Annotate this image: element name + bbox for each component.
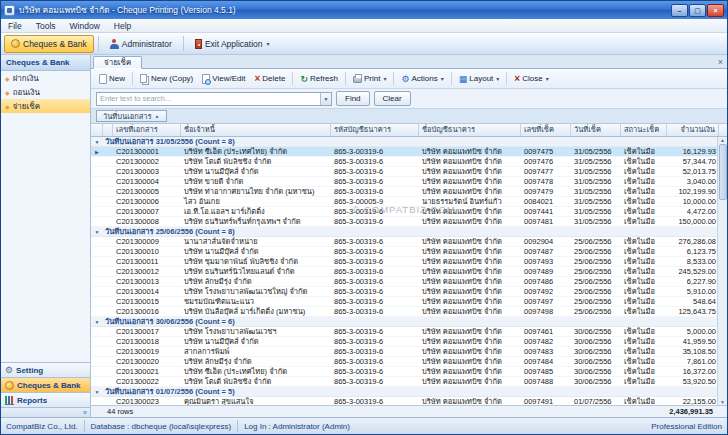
close-button[interactable]: × (707, 4, 724, 17)
menu-window[interactable]: Window (63, 19, 107, 33)
grid-row[interactable]: C201300011บริษัท ชุมมาดาพันธ์ พับลิชชิ่ง… (91, 257, 717, 267)
minimize-button[interactable]: – (671, 4, 688, 17)
grid-row[interactable]: C201300007เอ.ที.โอ.แอลฯ มาร์เก็ตติ้ง865-… (91, 207, 717, 217)
cell-cheque_no: 0097498 (521, 307, 571, 316)
menu-tools[interactable]: Tools (29, 19, 63, 33)
cell-status: เช็คในมือ (621, 337, 667, 346)
delete-button[interactable]: Delete (250, 71, 289, 87)
row-indicator (91, 297, 103, 306)
column-header-amount[interactable]: จำนวนเงิน (667, 124, 719, 136)
collapse-group-icon[interactable]: ▼ (91, 227, 103, 236)
actions-button[interactable]: Actions▾ (397, 71, 447, 87)
search-input[interactable] (97, 93, 320, 105)
cell-cheque_date: 25/06/2556 (571, 257, 621, 266)
toolbar-divider (98, 36, 99, 51)
grid-row[interactable]: C201300002บริษัท โตเต้ พับลิชชิ่ง จำกัด8… (91, 157, 717, 167)
grid-row[interactable]: C201300013บริษัท ลักษมีรุ่ง จำกัด865-3-0… (91, 277, 717, 287)
column-header-payee[interactable]: ชื่อเจ้าหนี้ (181, 124, 331, 136)
cell-doc_no: C201300011 (113, 257, 181, 266)
nav-reports-button[interactable]: Reports (1, 392, 90, 407)
collapse-group-icon[interactable]: ▼ (91, 387, 103, 396)
scroll-up-icon[interactable]: ▲ (720, 137, 725, 143)
close-button-label: Close (522, 74, 542, 83)
cell-bank_name: บริษัท คอมแพทบิซ จำกัด (419, 287, 521, 296)
column-header-status[interactable]: สถานะเช็ค (621, 124, 667, 136)
row-indicator (91, 287, 103, 296)
close-button[interactable]: Close▾ (510, 71, 552, 87)
grid-row[interactable]: C201300020บริษัท ลักษมีรุ่ง จำกัด865-3-0… (91, 357, 717, 367)
group-header-row[interactable]: ▼วันที่บนเอกสาร 30/06/2556 (Count = 6) (91, 317, 717, 327)
cell-bank_code: 865-3-00319-6 (331, 287, 419, 296)
collapse-group-icon[interactable]: ▼ (91, 137, 103, 146)
column-header-doc_no[interactable]: เลขที่เอกสาร (113, 124, 181, 136)
tab-close-icon[interactable]: × (718, 57, 723, 67)
sidebar-item-pay-cheque[interactable]: ◆ จ่ายเช็ค (1, 99, 90, 113)
maximize-button[interactable]: ▢ (689, 4, 706, 17)
cell-doc_no: C201300014 (113, 287, 181, 296)
administrator-button[interactable]: Administrator (103, 35, 179, 53)
grid-row[interactable]: C201300010บริษัท นานมีบุ๊คส์ จำกัด865-3-… (91, 247, 717, 257)
exit-application-button[interactable]: Exit Application ▾ (188, 35, 277, 53)
search-combo-arrow-icon[interactable]: ▼ (320, 93, 331, 105)
cell-cheque_no: 0097441 (521, 207, 571, 216)
cell-doc_no: C201300005 (113, 187, 181, 196)
view-edit-button[interactable]: View/Edit (198, 71, 249, 87)
group-indent (103, 337, 113, 346)
cell-bank_name: บริษัท คอมแพทบิซ จำกัด (419, 167, 521, 176)
cheques-bank-app-button[interactable]: Cheques & Bank (4, 35, 94, 53)
group-header-row[interactable]: ▼วันที่บนเอกสาร 31/05/2556 (Count = 8) (91, 137, 717, 147)
search-bar: ▼ Find Clear (91, 89, 727, 109)
cell-cheque_date: 30/06/2556 (571, 347, 621, 356)
column-header-bank_code[interactable]: รหัสบัญชีธนาคาร (331, 124, 419, 136)
scroll-down-icon[interactable]: ▼ (720, 399, 725, 405)
column-header-cheque_date[interactable]: วันที่เช็ค (571, 124, 621, 136)
cell-doc_no: C201300018 (113, 337, 181, 346)
nav-setting-button[interactable]: ⚙ Setting (1, 362, 90, 377)
column-header-cheque_no[interactable]: เลขที่เช็ค (521, 124, 571, 136)
vertical-scrollbar[interactable]: ▲ ▼ (717, 137, 727, 405)
find-button[interactable]: Find (336, 91, 370, 106)
scrollbar-thumb[interactable] (719, 144, 727, 200)
print-button[interactable]: Print▾ (349, 71, 390, 87)
new-copy-button[interactable]: New (Copy) (136, 71, 197, 87)
print-button-label: Print (364, 74, 380, 83)
grid-row[interactable]: C201300019สากลการพิมพ์865-3-00319-6บริษั… (91, 347, 717, 357)
grid-row[interactable]: C201300005บริษัท ท่าอากาศยานไทย จำกัด (ม… (91, 187, 717, 197)
menu-file[interactable]: File (1, 19, 29, 33)
refresh-button[interactable]: Refresh (296, 71, 342, 87)
row-indicator (91, 237, 103, 246)
app-window: บริษัท คอมแพทบิซ จำกัด - Cheque Printing… (0, 0, 728, 435)
grid-row[interactable]: C201300006ไสว อันเกย865-3-00005-9นายธรรม… (91, 197, 717, 207)
grid-row[interactable]: C201300009นานาสาส์นจัดจำหน่าย865-3-00319… (91, 237, 717, 247)
group-header-row[interactable]: ▼วันที่บนเอกสาร 01/07/2556 (Count = 5) (91, 387, 717, 397)
grid-row[interactable]: C201300012บริษัท ธนรินทร์นิวไทยแลนด์ จำก… (91, 267, 717, 277)
grid-row[interactable]: ▶C201300001บริษัท ซีเอ็ด (ประเทศไทย) จำก… (91, 147, 717, 157)
grid-row[interactable]: C201300017บริษัท โรงพยาบาลพัฒนเวชฯ865-3-… (91, 327, 717, 337)
grid-row[interactable]: C201300022บริษัท โตเต้ พับลิชชิ่ง จำกัด8… (91, 377, 717, 387)
sidebar-overflow-strip[interactable]: » (1, 407, 90, 417)
new-button[interactable]: New (95, 71, 129, 87)
group-header-row[interactable]: ▼วันที่บนเอกสาร 25/06/2556 (Count = 8) (91, 227, 717, 237)
sidebar-item-withdraw[interactable]: ◆ ถอนเงิน (1, 85, 90, 99)
group-by-chip[interactable]: วันที่บนเอกสาร ▲ (96, 110, 167, 122)
cell-cheque_date: 31/05/2556 (571, 217, 621, 226)
layout-icon (459, 74, 468, 84)
menu-help[interactable]: Help (107, 19, 138, 33)
grid-row[interactable]: C201300018บริษัท นานมีบุ๊คส์ จำกัด865-3-… (91, 337, 717, 347)
column-header-bank_name[interactable]: ชื่อบัญชีธนาคาร (419, 124, 521, 136)
nav-cheques-bank-button[interactable]: Cheques & Bank (1, 377, 90, 392)
grid-row[interactable]: C201300008บริษัท ธนรินทร์พริ้นท์กรุงเทพฯ… (91, 217, 717, 227)
tab-pay-cheque[interactable]: จ่ายเช็ค (93, 56, 142, 69)
collapse-group-icon[interactable]: ▼ (91, 317, 103, 326)
grid-row[interactable]: C201300015ชมรมบัณฑิตแนะแนว865-3-00319-6บ… (91, 297, 717, 307)
cell-payee: บริษัท โรงพยาบาลพัฒนเวชฯ (181, 327, 331, 336)
grid-row[interactable]: C201300021บริษัท ซีเอ็ด (ประเทศไทย) จำกั… (91, 367, 717, 377)
grid-row[interactable]: C201300003บริษัท นานมีบุ๊คส์ จำกัด865-3-… (91, 167, 717, 177)
clear-button[interactable]: Clear (374, 91, 411, 106)
sidebar-item-deposit[interactable]: ◆ ฝากเงิน (1, 71, 90, 85)
grid-row[interactable]: C201300014บริษัท โรงพยาบาลพัฒนเวชใหญ่ จำ… (91, 287, 717, 297)
grid-row[interactable]: C201300023คุณมินตรา สุขแสนใจ865-3-00319-… (91, 397, 717, 405)
grid-row[interactable]: C201300016บริษัท บันลือบุ๊คส์ มาร์เก็ตติ… (91, 307, 717, 317)
layout-button[interactable]: Layout▾ (455, 71, 504, 87)
grid-row[interactable]: C201300004บริษัท ขายดี จำกัด865-3-00319-… (91, 177, 717, 187)
